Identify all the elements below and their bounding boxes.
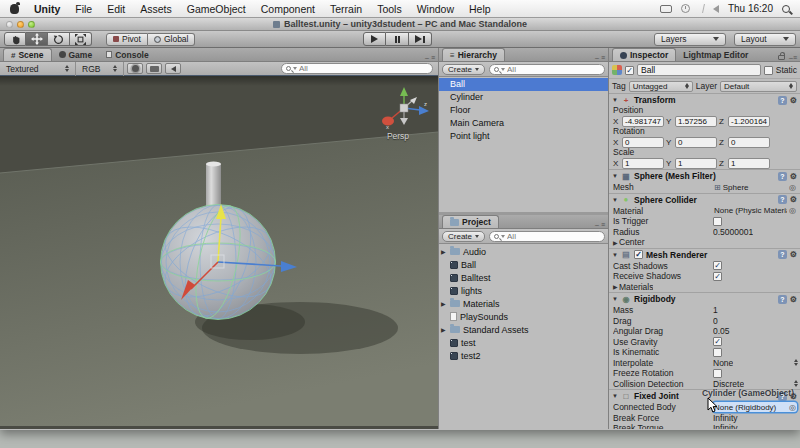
project-item[interactable]: ▶ Materials <box>439 297 608 310</box>
help-icon[interactable]: ? <box>778 96 787 105</box>
checkbox[interactable] <box>713 369 722 378</box>
static-checkbox[interactable] <box>764 66 773 75</box>
zoom-window-button[interactable] <box>28 21 35 28</box>
step-button[interactable] <box>409 32 432 46</box>
expand-arrow-icon[interactable]: ▶ <box>441 300 447 307</box>
menu-item-app[interactable]: Unity <box>34 3 60 15</box>
menu-item[interactable]: Edit <box>107 3 125 15</box>
render-mode-dropdown[interactable]: Textured <box>0 62 76 76</box>
gear-icon[interactable]: ⚙ <box>790 195 797 204</box>
lock-icon[interactable] <box>778 55 785 60</box>
play-button[interactable] <box>363 32 386 46</box>
gear-icon[interactable]: ⚙ <box>790 250 797 259</box>
scale-tool-button[interactable] <box>70 32 92 46</box>
vector-field-z[interactable]: 0 <box>728 137 770 148</box>
gear-icon[interactable]: ⚙ <box>790 172 797 181</box>
tab-game[interactable]: Game <box>52 48 100 61</box>
vector-field-x[interactable]: -4.981747 <box>622 116 664 127</box>
hand-tool-button[interactable] <box>4 32 26 46</box>
vector-field-z[interactable]: 1 <box>728 158 770 169</box>
vector-field-z[interactable]: -1.200164 <box>728 116 770 127</box>
component-header[interactable]: ▼●Sphere Collider?⚙ <box>609 194 800 206</box>
tab-hierarchy[interactable]: ≡ Hierarchy <box>442 48 505 61</box>
scene-lighting-toggle[interactable] <box>127 63 143 74</box>
component-header[interactable]: ▼◉Rigidbody?⚙ <box>609 293 800 305</box>
menu-item[interactable]: Terrain <box>330 3 362 15</box>
object-field[interactable]: ⊞Sphere◎ <box>713 182 797 192</box>
help-icon[interactable]: ? <box>778 172 787 181</box>
panel-menu-icon[interactable]: –≡ <box>425 54 438 61</box>
checkbox[interactable] <box>713 348 722 357</box>
spotlight-search-icon[interactable] <box>782 5 790 13</box>
expand-arrow-icon[interactable]: ▶ <box>441 248 447 255</box>
panel-menu-icon[interactable]: –≡ <box>595 54 608 61</box>
project-item[interactable]: ▶ Standard Assets <box>439 323 608 336</box>
object-field[interactable]: None (Rigidbody)◎ <box>713 402 797 412</box>
tab-project[interactable]: Project <box>442 215 499 228</box>
hierarchy-item[interactable]: Point light <box>439 130 608 143</box>
menu-item[interactable]: Assets <box>140 3 172 15</box>
gizmo-perspective-label[interactable]: Persp <box>376 131 420 141</box>
project-item[interactable]: ▶ test2 <box>439 349 608 362</box>
menu-item[interactable]: Window <box>417 3 454 15</box>
layout-dropdown[interactable]: Layout <box>734 33 796 46</box>
object-picker-icon[interactable]: ◎ <box>789 206 796 215</box>
hierarchy-item[interactable]: Floor <box>439 104 608 117</box>
help-icon[interactable]: ? <box>778 295 787 304</box>
hierarchy-search-field[interactable] <box>489 64 605 75</box>
panel-menu-icon[interactable]: –≡ <box>595 221 608 228</box>
foldout-open-icon[interactable]: ▼ <box>612 173 618 179</box>
menubar-clock[interactable]: Thu 16:20 <box>728 3 773 14</box>
display-status-icon[interactable] <box>660 5 672 13</box>
foldout-open-icon[interactable]: ▼ <box>612 393 618 399</box>
tab-inspector[interactable]: Inspector <box>612 48 676 61</box>
pivot-button[interactable]: Pivot <box>106 33 148 46</box>
project-item[interactable]: ▶ Balltest <box>439 271 608 284</box>
checkbox[interactable]: ✓ <box>713 261 722 270</box>
clock-status-icon[interactable] <box>681 4 690 13</box>
help-icon[interactable]: ? <box>778 195 787 204</box>
hierarchy-item[interactable]: Cylinder <box>439 91 608 104</box>
object-name-field[interactable] <box>637 64 761 76</box>
project-item[interactable]: ▶ PlaySounds <box>439 310 608 323</box>
project-item[interactable]: ▶ Audio <box>439 245 608 258</box>
close-window-button[interactable] <box>6 21 13 28</box>
project-item[interactable]: ▶ lights <box>439 284 608 297</box>
menu-item[interactable]: GameObject <box>187 3 246 15</box>
menu-item[interactable]: Component <box>261 3 315 15</box>
layers-dropdown[interactable]: Layers <box>654 33 726 46</box>
project-item[interactable]: ▶ test <box>439 336 608 349</box>
project-search-input[interactable] <box>507 232 600 241</box>
layer-dropdown[interactable]: Default <box>720 81 797 92</box>
hierarchy-item[interactable]: Ball <box>439 78 608 91</box>
vector-field-y[interactable]: 0 <box>675 137 717 148</box>
volume-status-icon[interactable] <box>713 5 719 13</box>
tab-console[interactable]: Console <box>99 48 156 61</box>
gear-icon[interactable]: ⚙ <box>790 96 797 105</box>
menu-item[interactable]: File <box>75 3 92 15</box>
tab-lightmap-editor[interactable]: Lightmap Editor <box>676 48 755 61</box>
hierarchy-create-button[interactable]: Create <box>442 64 485 75</box>
foldout-open-icon[interactable]: ▼ <box>612 197 618 203</box>
project-search-field[interactable] <box>489 231 605 242</box>
vector-field-y[interactable]: 1 <box>675 158 717 169</box>
scene-overlay-toggle[interactable] <box>146 63 162 74</box>
move-tool-button[interactable] <box>26 32 48 46</box>
updown-caret-icon[interactable] <box>794 359 798 366</box>
checkbox[interactable]: ✓ <box>713 272 722 281</box>
vector-field-x[interactable]: 0 <box>622 137 664 148</box>
component-header[interactable]: ▼▦Sphere (Mesh Filter)?⚙ <box>609 170 800 182</box>
checkbox[interactable]: ✓ <box>713 337 722 346</box>
object-field[interactable]: None (Physic Material)◎ <box>713 206 797 216</box>
updown-caret-icon[interactable] <box>794 380 798 387</box>
panel-menu-icon[interactable]: –≡ <box>789 54 797 61</box>
project-item[interactable]: ▶ Ball <box>439 258 608 271</box>
gear-icon[interactable]: ⚙ <box>790 295 797 304</box>
hierarchy-search-input[interactable] <box>507 65 600 74</box>
tag-dropdown[interactable]: Untagged <box>629 81 693 92</box>
window-titlebar[interactable]: Balltest.unity – unity3dstudent – PC and… <box>0 18 800 31</box>
project-create-button[interactable]: Create <box>442 231 485 242</box>
checkbox[interactable] <box>713 217 722 226</box>
vector-field-x[interactable]: 1 <box>622 158 664 169</box>
minimize-window-button[interactable] <box>17 21 24 28</box>
